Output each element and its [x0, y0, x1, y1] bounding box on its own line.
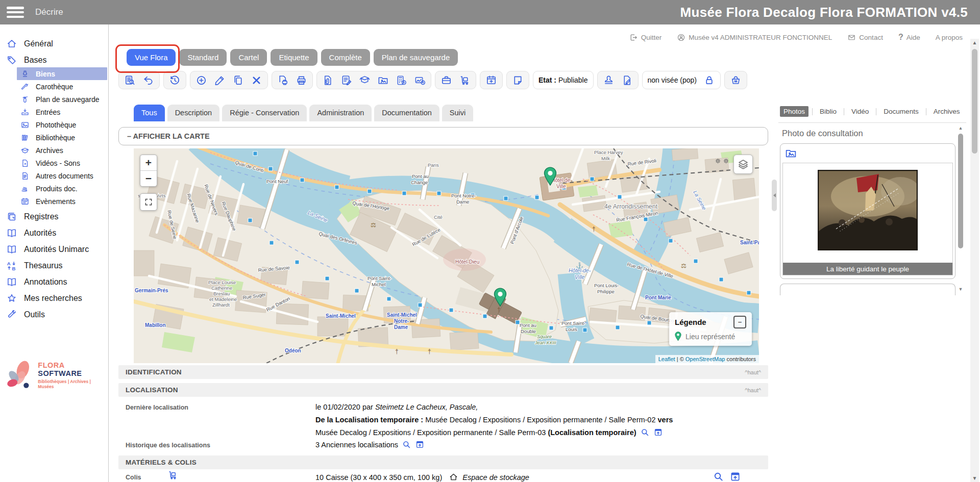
polyline-handle[interactable] [402, 191, 406, 195]
section-identification[interactable]: IDENTIFICATION^haut^ [118, 365, 768, 379]
print-document-button[interactable] [277, 74, 289, 86]
polyline-handle[interactable] [325, 276, 329, 281]
sidebar-item-evènements[interactable]: Evènements [0, 195, 108, 208]
polyline-handle[interactable] [647, 321, 651, 325]
quitter-link[interactable]: Quitter [629, 33, 662, 42]
search-colis-button[interactable] [713, 471, 724, 482]
polyline-handle[interactable] [747, 291, 751, 295]
search-localisation-button[interactable] [640, 427, 650, 437]
tab-regie-conservation[interactable]: Régie - Conservation [222, 105, 307, 121]
current-user[interactable]: Musée v4 ADMINISTRATEUR FONCTIONNEL [677, 33, 832, 42]
polyline-handle[interactable] [387, 297, 391, 301]
tab-plan-de-sauvegarde[interactable]: Plan de sauvegarde [374, 49, 458, 66]
sidebar-item-biens[interactable]: Biens [17, 67, 107, 80]
panel-scrollbar[interactable]: ▲ ▼ [957, 125, 964, 292]
page-scrollbar[interactable]: ▲ ▼ [970, 39, 979, 482]
leaflet-link[interactable]: Leaflet [658, 356, 675, 362]
panel-scroll-thumb[interactable] [958, 134, 963, 248]
sidebar-item-bibliothèque[interactable]: Bibliothèque [0, 131, 108, 144]
polyline-handle[interactable] [268, 167, 273, 171]
sidebar-item-vidéos-sons[interactable]: Vidéos - Sons [0, 157, 108, 169]
zoom-out-button[interactable]: − [140, 170, 157, 186]
polyline-handle[interactable] [719, 277, 723, 282]
history-button[interactable] [169, 74, 181, 86]
tab-standard[interactable]: Standard [179, 49, 227, 66]
section-materiels-colis[interactable]: MATÉRIELS & COLIS [118, 455, 768, 469]
polyline-handle[interactable] [295, 260, 299, 264]
sidebar-item-annotations[interactable]: Annotations [0, 274, 108, 289]
attach-document-button[interactable] [322, 74, 334, 86]
lock-icon[interactable] [703, 74, 715, 86]
apropos-link[interactable]: A propos [936, 34, 963, 41]
polyline-handle[interactable] [368, 189, 372, 193]
fullscreen-button[interactable] [140, 193, 157, 211]
polyline-handle[interactable] [549, 326, 553, 330]
polyline-handle[interactable] [694, 259, 698, 263]
sidebar-item-carothèque[interactable]: Carothèque [0, 80, 108, 93]
sidebar-item-registres[interactable]: Registres [0, 209, 108, 224]
calendar-plus-button[interactable] [485, 74, 497, 86]
tab-cartel[interactable]: Cartel [230, 49, 267, 66]
polyline-handle[interactable] [437, 191, 441, 195]
polyline-handle[interactable] [516, 320, 520, 324]
tab-video[interactable]: Vidéo [848, 106, 872, 117]
basket-button[interactable] [730, 74, 742, 86]
tab-vue-flora[interactable]: Vue Flora [127, 49, 176, 66]
polyline-handle[interactable] [355, 289, 359, 293]
folder-image-button[interactable] [377, 74, 389, 86]
polyline-handle[interactable] [669, 239, 673, 243]
polyline-handle[interactable] [418, 303, 422, 307]
box-share-button[interactable] [359, 74, 371, 86]
polyline-handle[interactable] [616, 325, 620, 329]
polyline-handle[interactable] [483, 314, 487, 318]
open-colis-button[interactable] [729, 471, 741, 482]
tab-archives[interactable]: Archives [930, 106, 964, 117]
polyline-handle[interactable] [471, 193, 475, 197]
tab-administration[interactable]: Administration [309, 105, 372, 121]
polyline-handle[interactable] [583, 328, 587, 332]
delete-record-button[interactable] [251, 74, 262, 86]
haut-link[interactable]: ^haut^ [745, 369, 761, 375]
colis-trolley-icon[interactable] [167, 470, 178, 480]
sidebar-item-général[interactable]: Général [0, 36, 108, 51]
edit-record-button[interactable] [214, 74, 226, 86]
trolley-button[interactable] [459, 74, 471, 86]
contact-link[interactable]: Contact [847, 33, 883, 42]
card-clock-button[interactable] [414, 74, 426, 86]
sidebar-item-autorités[interactable]: Autorités [0, 225, 108, 240]
map-settings-icons[interactable] [715, 158, 729, 164]
sidebar-item-autres-documents[interactable]: Autres documents [0, 169, 108, 182]
page-scroll-thumb[interactable] [972, 49, 977, 154]
stamp-button[interactable] [603, 74, 615, 86]
map-marker-lieu-represente[interactable] [544, 167, 557, 186]
tab-complete[interactable]: Complète [321, 49, 370, 66]
polyline-handle[interactable] [535, 195, 539, 199]
tab-description[interactable]: Description [167, 105, 220, 121]
map-container[interactable]: ⚖ ⚖ ⚓ † † † † La SeineLa SeineHôtel-de-V… [134, 148, 759, 363]
open-historique-button[interactable] [415, 440, 425, 449]
panel-collapse-handle[interactable] [772, 180, 777, 211]
map-marker-lieu-represente[interactable] [494, 288, 507, 307]
polyline-handle[interactable] [335, 185, 339, 189]
polyline-handle[interactable] [618, 195, 622, 199]
polyline-handle[interactable] [590, 177, 594, 181]
section-localisation[interactable]: LOCALISATION^haut^ [118, 383, 768, 397]
polyline-handle[interactable] [562, 186, 566, 190]
document-sign-button[interactable] [621, 74, 633, 86]
polyline-handle[interactable] [300, 178, 304, 182]
list-search-button[interactable] [124, 74, 136, 86]
tab-tous[interactable]: Tous [134, 105, 165, 121]
polyline-handle[interactable] [449, 308, 453, 312]
duplicate-record-button[interactable] [232, 74, 244, 86]
tab-photos[interactable]: Photos [780, 106, 808, 117]
tab-documentation[interactable]: Documentation [374, 105, 439, 121]
polyline-handle[interactable] [644, 217, 648, 221]
tab-suivi[interactable]: Suivi [442, 105, 473, 121]
legend-collapse-button[interactable]: − [733, 316, 746, 328]
polyline-handle[interactable] [504, 196, 508, 200]
map-section-header[interactable]: – AFFICHER LA CARTE [118, 127, 768, 145]
sidebar-item-mes-recherches[interactable]: Mes recherches [0, 291, 108, 306]
zoom-in-button[interactable]: + [140, 155, 157, 170]
sidebar-item-bases[interactable]: Bases [0, 53, 108, 67]
undo-button[interactable] [142, 74, 154, 86]
